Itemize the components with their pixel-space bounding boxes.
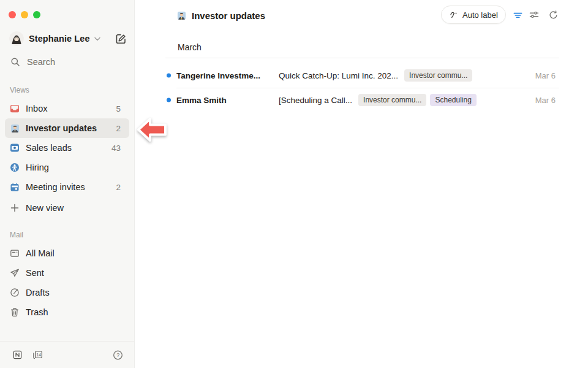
sidebar-item-sent[interactable]: Sent xyxy=(5,263,129,283)
email-subject: Quick Catch-Up: Lumi Inc. 202... xyxy=(279,71,398,80)
unread-dot xyxy=(167,98,171,102)
sidebar-item-trash[interactable]: Trash xyxy=(5,302,129,322)
sidebar: Stephanie Lee Search Views xyxy=(0,0,135,368)
filter-button[interactable] xyxy=(511,9,524,21)
person-icon xyxy=(10,163,20,172)
sidebar-item-drafts[interactable]: Drafts xyxy=(5,283,129,302)
unread-count: 2 xyxy=(116,183,121,192)
search-label: Search xyxy=(27,57,55,67)
email-row[interactable]: Tangerine Investme... Quick Catch-Up: Lu… xyxy=(165,63,559,88)
paper-plane-icon xyxy=(10,268,20,278)
email-row[interactable]: Emma Smith [Scheduling a Call... Investo… xyxy=(165,88,559,112)
sidebar-item-all-mail[interactable]: All Mail xyxy=(5,243,129,263)
email-rows: Tangerine Investme... Quick Catch-Up: Lu… xyxy=(165,58,559,112)
auto-label-button[interactable]: Auto label xyxy=(441,6,506,24)
sidebar-item-sales-leads[interactable]: Sales leads 43 xyxy=(5,138,129,158)
plus-icon xyxy=(10,203,20,213)
sidebar-item-hiring[interactable]: Hiring xyxy=(5,158,129,177)
email-subject: [Scheduling a Call... xyxy=(279,96,352,105)
tag-investor-communication[interactable]: Investor commu... xyxy=(404,69,472,82)
email-sender: Emma Smith xyxy=(176,96,279,105)
avatar xyxy=(9,31,24,46)
compose-icon xyxy=(115,33,127,45)
new-view-button[interactable]: New view xyxy=(5,198,129,218)
mail-section-label: Mail xyxy=(10,231,23,239)
views-section-label: Views xyxy=(10,86,29,94)
search-icon xyxy=(10,57,20,67)
refresh-icon xyxy=(548,10,559,20)
email-tags: Investor commu... Scheduling xyxy=(358,94,477,106)
calendar-icon xyxy=(10,182,20,192)
email-sender: Tangerine Investme... xyxy=(176,71,279,80)
sidebar-item-inbox[interactable]: Inbox 5 xyxy=(5,99,129,118)
inbox-icon xyxy=(10,104,20,113)
main-content: Investor updates Auto label xyxy=(135,0,588,368)
user-name: Stephanie Lee xyxy=(29,34,90,44)
email-date: Mar 6 xyxy=(535,71,559,80)
investor-icon xyxy=(10,123,20,133)
filter-lines-icon xyxy=(513,10,523,20)
banknote-icon xyxy=(10,143,20,153)
email-list: March Tangerine Investme... Quick Catch-… xyxy=(165,37,559,112)
trash-icon xyxy=(10,307,20,317)
minimize-window-button[interactable] xyxy=(21,11,28,18)
compose-button[interactable] xyxy=(115,33,127,45)
email-tags: Investor commu... xyxy=(404,69,472,82)
close-window-button[interactable] xyxy=(9,11,16,18)
email-date: Mar 6 xyxy=(535,96,559,105)
page-title: Investor updates xyxy=(192,10,265,21)
sidebar-footer: 14 ? xyxy=(0,341,134,368)
display-settings-button[interactable] xyxy=(528,9,540,21)
sliders-icon xyxy=(529,9,540,20)
unread-count: 2 xyxy=(116,124,121,133)
view-header: Investor updates xyxy=(177,6,265,25)
auto-label-icon xyxy=(449,10,459,20)
sidebar-item-meeting-invites[interactable]: Meeting invites 2 xyxy=(5,177,129,197)
month-group-header: March xyxy=(165,37,559,58)
unread-count: 43 xyxy=(111,144,121,153)
tag-scheduling[interactable]: Scheduling xyxy=(430,94,476,106)
sidebar-item-investor-updates[interactable]: Investor updates 2 xyxy=(5,118,129,138)
window-controls xyxy=(9,11,40,18)
tag-investor-communication[interactable]: Investor commu... xyxy=(358,94,426,106)
all-mail-icon xyxy=(10,248,20,258)
investor-icon xyxy=(177,11,186,20)
refresh-button[interactable] xyxy=(547,9,559,21)
account-switcher[interactable]: Stephanie Lee xyxy=(9,31,127,47)
notion-calendar-button[interactable]: 14 xyxy=(32,350,43,360)
zoom-window-button[interactable] xyxy=(33,11,40,18)
unread-count: 5 xyxy=(116,104,121,113)
notion-app-button[interactable] xyxy=(12,350,23,360)
draft-icon xyxy=(10,288,20,297)
help-button[interactable]: ? xyxy=(113,350,123,360)
mail-nav: All Mail Sent Drafts xyxy=(5,243,129,322)
unread-dot xyxy=(167,74,171,78)
views-nav: Inbox 5 Investor updates 2 xyxy=(5,99,129,218)
svg-text:14: 14 xyxy=(37,353,42,357)
svg-text:?: ? xyxy=(116,352,119,358)
search-button[interactable]: Search xyxy=(10,56,55,68)
chevron-down-icon xyxy=(94,37,100,41)
